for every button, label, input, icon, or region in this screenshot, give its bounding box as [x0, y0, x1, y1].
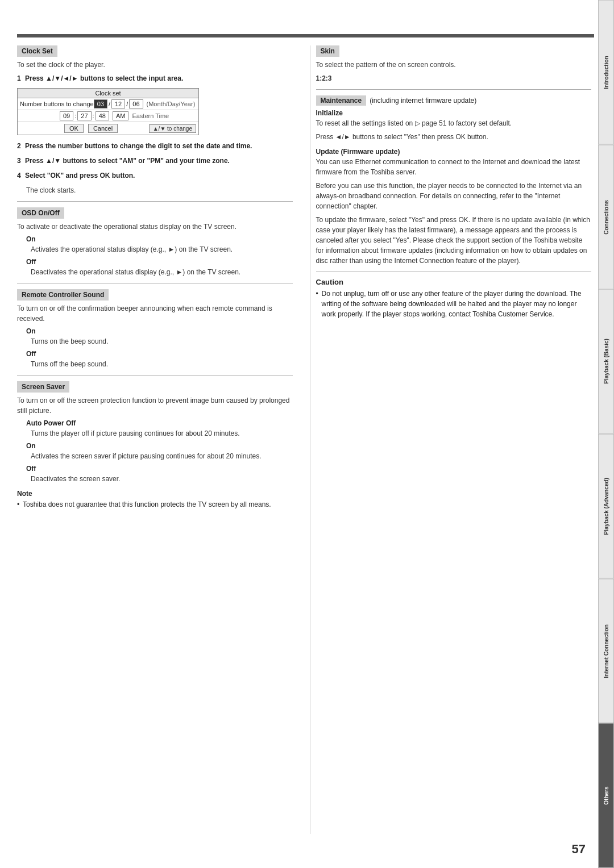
- osd-off-desc: Deactivates the operational status displ…: [31, 267, 293, 277]
- maintenance-header-sub: (including internet firmware update): [370, 97, 476, 105]
- remote-off-label: Off: [26, 350, 293, 358]
- osd-section: OSD On/Off To activate or deactivate the…: [17, 207, 293, 277]
- screen-saver-on-label: On: [26, 442, 293, 450]
- remote-desc: To turn on or off the confirmation beepe…: [17, 303, 293, 324]
- auto-power-off-desc: Turns the player off if picture pausing …: [31, 428, 293, 439]
- step3: 3 Press ▲/▼ buttons to select "AM" or "P…: [17, 156, 293, 166]
- screen-saver-desc: To turn on or off the screen protection …: [17, 395, 293, 416]
- caution-title: Caution: [316, 278, 592, 286]
- osd-desc: To activate or deactivate the operationa…: [17, 222, 293, 232]
- note-title: Note: [17, 490, 293, 498]
- update-desc2: Before you can use this function, the pl…: [316, 181, 592, 211]
- osd-header: OSD On/Off: [17, 207, 64, 219]
- update-label: Update (Firmware update): [316, 148, 592, 156]
- sidebar-tab-playback-basic[interactable]: Playback (Basic): [598, 289, 614, 434]
- remote-on-label: On: [26, 327, 293, 335]
- update-subsection: Update (Firmware update) You can use Eth…: [316, 148, 592, 266]
- clock-ampm: AM: [113, 111, 129, 120]
- clock-diagram: Clock set Number buttons to change 03 / …: [17, 88, 199, 135]
- remote-on-desc: Turns on the beep sound.: [31, 336, 293, 347]
- clock-set-header: Clock Set: [17, 45, 57, 57]
- divider-right1: [316, 89, 592, 90]
- skin-section: Skin To select the pattern of the on scr…: [316, 45, 592, 84]
- right-column: Skin To select the pattern of the on scr…: [310, 45, 592, 834]
- screen-saver-off-label: Off: [26, 465, 293, 473]
- maintenance-header-row: Maintenance (including internet firmware…: [316, 95, 592, 106]
- divider3: [17, 375, 293, 375]
- clock-time-fields: 09 : 27 : 48 AM Eastern Time: [60, 111, 169, 120]
- step1: 1 Press ▲/▼/◄/► buttons to select the in…: [17, 73, 293, 84]
- osd-on-label: On: [26, 235, 293, 243]
- clock-second: 48: [96, 111, 109, 120]
- initialize-page-ref: ▷: [415, 119, 422, 127]
- sidebar-tab-connections[interactable]: Connections: [598, 145, 614, 290]
- caution-bullet: Do not unplug, turn off or use any other…: [316, 289, 592, 319]
- clock-date-fields: 03 / 12 / 06 (Month/Day/Year): [94, 99, 196, 108]
- step2: 2 Press the number buttons to change the…: [17, 141, 293, 151]
- remote-header: Remote Controller Sound: [17, 289, 109, 301]
- top-decorative-bar: [17, 34, 594, 37]
- screen-saver-on-desc: Activates the screen saver if picture pa…: [31, 451, 293, 461]
- clock-hour: 09: [60, 111, 73, 120]
- clock-day: 12: [111, 99, 125, 108]
- step4-note: The clock starts.: [26, 185, 293, 195]
- divider-right2: [316, 272, 592, 272]
- clock-month: 03: [94, 99, 107, 108]
- screen-saver-section: Screen Saver To turn on or off the scree…: [17, 381, 293, 484]
- initialize-subsection: Initialize To reset all the settings lis…: [316, 109, 592, 142]
- sidebar-tab-playback-advanced[interactable]: Playback (Advanced): [598, 434, 614, 579]
- maintenance-section: Maintenance (including internet firmware…: [316, 95, 592, 266]
- clock-diagram-title: Clock set: [18, 89, 198, 98]
- clock-minute: 27: [77, 111, 91, 120]
- skin-desc: To select the pattern of the on screen c…: [316, 60, 592, 70]
- clock-set-section: Clock Set To set the clock of the player…: [17, 45, 293, 195]
- clock-ok-button[interactable]: OK: [64, 124, 84, 133]
- initialize-desc1: To reset all the settings listed on ▷ pa…: [316, 118, 592, 128]
- note-section: Note Toshiba does not guarantee that thi…: [17, 490, 293, 510]
- clock-cancel-button[interactable]: Cancel: [88, 124, 118, 133]
- remote-section: Remote Controller Sound To turn on or of…: [17, 289, 293, 369]
- skin-value: 1:2:3: [316, 73, 592, 84]
- caution-section: Caution Do not unplug, turn off or use a…: [316, 278, 592, 319]
- update-desc1: You can use Ethernet communication to co…: [316, 157, 592, 177]
- divider2: [17, 283, 293, 283]
- clock-timezone-label: Eastern Time: [132, 112, 169, 119]
- page-number: 57: [572, 842, 586, 857]
- remote-off-desc: Turns off the beep sound.: [31, 359, 293, 369]
- screen-saver-header: Screen Saver: [17, 381, 69, 393]
- maintenance-header: Maintenance: [316, 95, 367, 106]
- clock-time-row: 09 : 27 : 48 AM Eastern Time: [18, 110, 198, 122]
- note-bullet: Toshiba does not guarantee that this fun…: [17, 499, 293, 510]
- screen-saver-off-desc: Deactivates the screen saver.: [31, 474, 293, 484]
- divider1: [17, 201, 293, 202]
- osd-on-desc: Activates the operational status display…: [31, 244, 293, 254]
- left-column: Clock Set To set the clock of the player…: [17, 45, 298, 834]
- sidebar-tab-introduction[interactable]: Introduction: [598, 0, 614, 145]
- main-content: Clock Set To set the clock of the player…: [17, 45, 591, 834]
- osd-off-label: Off: [26, 258, 293, 266]
- clock-arrow-note: ▲/▼ to change: [149, 124, 196, 133]
- update-desc3: To update the firmware, select "Yes" and…: [316, 215, 592, 266]
- sidebar-tabs: Introduction Connections Playback (Basic…: [598, 0, 614, 868]
- sidebar-tab-others[interactable]: Others: [598, 723, 614, 868]
- clock-date-format-label: (Month/Day/Year): [147, 101, 196, 107]
- skin-header: Skin: [316, 45, 339, 57]
- clock-year: 06: [129, 99, 143, 108]
- clock-set-desc: To set the clock of the player.: [17, 60, 293, 70]
- clock-ok-row: OK Cancel ▲/▼ to change: [18, 122, 198, 135]
- sidebar-tab-internet-connection[interactable]: Internet Connection: [598, 579, 614, 724]
- initialize-label: Initialize: [316, 109, 592, 117]
- step4: 4 Select "OK" and press OK button.: [17, 170, 293, 181]
- auto-power-off-label: Auto Power Off: [26, 419, 293, 427]
- clock-date-row: Number buttons to change 03 / 12 / 06 (M…: [18, 98, 198, 110]
- clock-row-label: Number buttons to change: [20, 101, 94, 107]
- initialize-desc2: Press ◄/► buttons to select "Yes" then p…: [316, 132, 592, 142]
